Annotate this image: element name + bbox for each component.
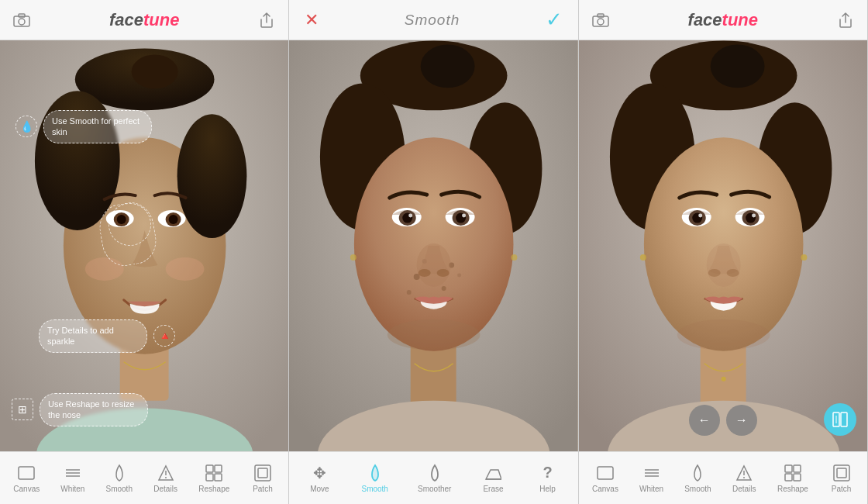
tool-smooth-p2[interactable]: Smooth <box>356 461 392 496</box>
smooth-annotation-icon: 💧 <box>16 116 37 137</box>
camera-icon-p3[interactable] <box>590 9 611 31</box>
tool-move-p2[interactable]: ✥ Move <box>302 461 336 496</box>
tool-whiten-p1[interactable]: Whiten <box>56 461 90 496</box>
svg-point-85 <box>721 377 725 381</box>
panel-1: facetune <box>0 0 289 504</box>
details-annotation-text: Try Details to add sparkle <box>39 319 147 353</box>
panel-1-image: 💧 Use Smooth for perfect skin Try Detail… <box>0 40 288 451</box>
move-label-p2: Move <box>310 485 329 493</box>
tool-reshape-p1[interactable]: Reshape <box>194 461 234 496</box>
tool-smooth-p1[interactable]: Smooth <box>102 461 137 496</box>
svg-point-55 <box>418 269 431 277</box>
tool-smooth-p3[interactable]: Smooth <box>680 461 715 496</box>
reshape-annotation-icon: ⊞ <box>12 399 33 420</box>
smooth-annotation-text: Use Smooth for perfect skin <box>43 110 152 143</box>
erase-label-p2: Erase <box>483 485 503 493</box>
panel-3-toolbar: Canvas Whiten Smooth Details Reshape <box>579 451 867 504</box>
cancel-button[interactable]: ✕ <box>305 10 319 30</box>
details-label-p1: Details <box>153 485 177 493</box>
annotation-smooth: 💧 Use Smooth for perfect skin <box>16 110 152 143</box>
tool-canvas-p1[interactable]: Canvas <box>9 461 44 496</box>
svg-point-57 <box>388 319 480 350</box>
tool-canvas-p3[interactable]: Canvas <box>587 461 623 496</box>
svg-rect-31 <box>258 468 267 478</box>
panel-2-header: ✕ Smooth ✓ <box>289 0 577 40</box>
reshape-icon-p3 <box>784 464 801 482</box>
patch-label-p3: Patch <box>832 485 852 493</box>
svg-point-40 <box>442 286 446 291</box>
smoother-icon-p2 <box>427 464 443 482</box>
help-label-p2: Help <box>539 485 556 493</box>
erase-icon-p2 <box>484 464 501 482</box>
tool-reshape-p3[interactable]: Reshape <box>773 461 813 496</box>
patch-icon-p1 <box>254 464 271 482</box>
panel-2-image[interactable] <box>289 40 577 451</box>
panel-3-header: facetune <box>579 0 867 40</box>
svg-point-1 <box>19 19 25 25</box>
patch-label-p1: Patch <box>253 485 273 493</box>
reshape-label-p1: Reshape <box>198 485 229 493</box>
svg-point-9 <box>177 114 247 238</box>
tool-patch-p3[interactable]: Patch <box>825 461 859 496</box>
help-icon-p2: ? <box>542 464 552 482</box>
smooth-label-p3: Smooth <box>684 485 711 493</box>
nav-back-button[interactable]: ← <box>689 405 720 436</box>
annotation-details: Try Details to add sparkle 🔺 <box>39 319 175 353</box>
svg-point-97 <box>743 477 745 478</box>
svg-rect-89 <box>841 413 847 426</box>
svg-point-67 <box>710 44 764 88</box>
svg-rect-28 <box>206 474 213 481</box>
reshape-icon-p1 <box>205 464 222 482</box>
svg-point-44 <box>457 273 461 277</box>
svg-point-86 <box>640 254 646 261</box>
svg-point-34 <box>421 44 475 88</box>
face-portrait-2 <box>289 40 577 451</box>
patch-icon-p3 <box>833 464 850 482</box>
tool-erase-p2[interactable]: Erase <box>476 461 510 496</box>
nav-forward-button[interactable]: → <box>726 405 757 436</box>
whiten-icon-p3 <box>643 464 660 482</box>
svg-rect-2 <box>19 14 25 17</box>
canvas-label-p1: Canvas <box>13 485 40 493</box>
camera-icon-p1[interactable] <box>11 9 33 31</box>
panel-3-image[interactable]: ← → <box>579 40 867 451</box>
svg-point-43 <box>407 290 412 295</box>
svg-rect-91 <box>598 467 613 479</box>
tool-details-p3[interactable]: Details <box>727 461 761 496</box>
smooth-label-p2: Smooth <box>361 485 388 493</box>
tool-smoother-p2[interactable]: Smoother <box>413 461 456 496</box>
svg-point-59 <box>350 254 356 261</box>
svg-rect-98 <box>785 465 792 472</box>
details-icon-p1 <box>157 464 174 482</box>
svg-point-5 <box>132 54 178 88</box>
tool-help-p2[interactable]: ? Help <box>531 461 565 496</box>
smoother-label-p2: Smoother <box>418 485 451 493</box>
confirm-button[interactable]: ✓ <box>546 8 563 32</box>
svg-rect-103 <box>837 468 846 478</box>
logo-p3: facetune <box>688 10 759 30</box>
svg-point-60 <box>512 254 518 261</box>
svg-rect-30 <box>255 465 270 481</box>
tool-details-p1[interactable]: Details <box>149 461 183 496</box>
svg-rect-64 <box>598 14 604 17</box>
svg-rect-99 <box>794 465 801 472</box>
svg-rect-27 <box>215 465 222 472</box>
compare-button[interactable] <box>824 403 856 436</box>
svg-point-82 <box>726 269 739 277</box>
svg-point-63 <box>598 19 604 25</box>
svg-point-15 <box>169 215 178 224</box>
svg-rect-101 <box>794 474 801 481</box>
svg-point-87 <box>801 254 807 261</box>
details-icon-p3 <box>735 464 753 482</box>
share-icon-p1[interactable] <box>256 9 277 31</box>
logo-p1: facetune <box>109 10 180 30</box>
svg-point-83 <box>677 319 770 350</box>
tool-whiten-p3[interactable]: Whiten <box>635 461 669 496</box>
face-portrait-3 <box>579 40 867 451</box>
canvas-icon-p1 <box>18 464 35 482</box>
panel-3: facetune <box>579 0 868 504</box>
tool-patch-p1[interactable]: Patch <box>246 461 280 496</box>
smooth-icon-p3 <box>690 464 705 482</box>
annotation-reshape: ⊞ Use Reshape to resize the nose <box>12 393 148 426</box>
share-icon-p3[interactable] <box>835 9 856 31</box>
